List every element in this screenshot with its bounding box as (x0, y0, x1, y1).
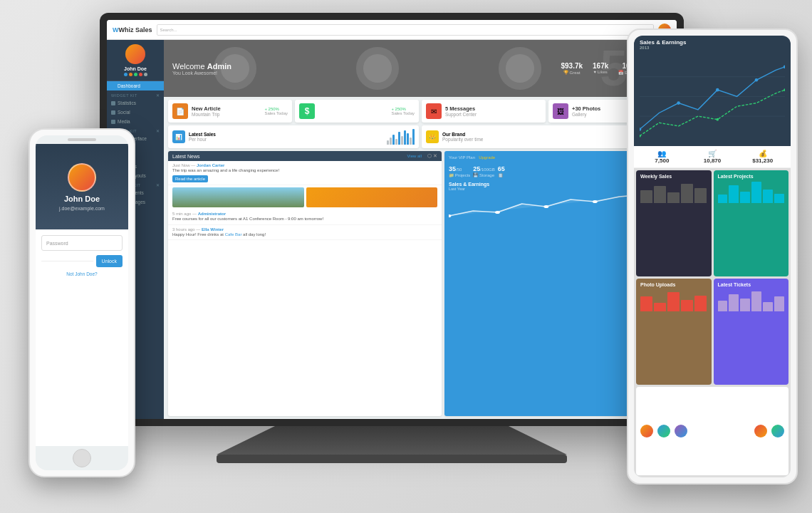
phone-frame: John Doe j.doe@example.com Password Unlo… (28, 128, 135, 477)
svg-rect-5 (640, 57, 785, 142)
bar (740, 299, 750, 311)
flower-image (306, 187, 438, 207)
chart-latest-sales: 📊 Latest Sales Per hour (168, 125, 419, 148)
tablet-stat-orders: 🛒 10,870 (690, 150, 735, 164)
bar (774, 296, 784, 311)
widget-badge: + 250%Sales Today (264, 107, 288, 115)
svg-point-2 (543, 205, 548, 208)
bar10 (412, 129, 415, 145)
widgets-row: 📄 New Article Mountain Trip + 250%Sales … (164, 97, 677, 125)
bar (718, 195, 728, 203)
hero-stat-sales: $93.7k 🏆 Great (561, 62, 583, 75)
bar1 (387, 140, 389, 145)
svg-point-15 (716, 118, 719, 121)
latest-sales-icon: 📊 (172, 130, 185, 143)
avatar-3 (675, 425, 687, 437)
news-text-3: Happy Hour! Free drinks at Cafe Bar all … (172, 232, 437, 238)
bottom-panels: Latest News View all ⬡ ✕ Just Now — Jord… (164, 151, 677, 419)
widget-sales[interactable]: $ + 250%Sales Today (295, 100, 419, 123)
widget-article-text: New Article Mountain Trip (192, 105, 221, 117)
photos-icon: 🖼 (553, 103, 568, 119)
sidebar-item-label: Statistics (118, 100, 136, 105)
chart-sub: Per hour (189, 137, 216, 142)
widget-messages[interactable]: ✉ 5 Messages Support Center (422, 100, 546, 123)
stat-value: $31,230 (740, 157, 785, 164)
password-input[interactable]: Password (41, 235, 123, 251)
search-bar[interactable]: Search... (157, 24, 654, 36)
sidebar-item-label: Social (118, 110, 130, 115)
cafe-bar-link[interactable]: Cafe Bar (225, 232, 242, 237)
tablet-widgets-grid: Weekly Sales Latest Projects (634, 168, 791, 477)
sales-dollar-icon: $ (299, 103, 315, 119)
logo-text: Whiz Sales (119, 26, 152, 33)
bar (681, 184, 693, 203)
bar (694, 296, 707, 312)
tablet-stat-revenue: 💰 $31,230 (740, 150, 785, 164)
tablet-widget-latest-tickets: Latest Tickets (714, 279, 789, 385)
chart-sub: Popularity over time (442, 137, 483, 142)
section-toggle[interactable]: ✕ (156, 129, 160, 133)
vip-stat-total: /50 (456, 167, 462, 172)
bar7 (404, 130, 406, 145)
news-images (168, 185, 442, 209)
widget-article[interactable]: 📄 New Article Mountain Trip + 250%Sales … (168, 100, 292, 123)
vip-upgrade[interactable]: Upgrade (479, 155, 495, 160)
vip-stat-label: 💾 Storage (473, 172, 494, 177)
dashboard-main: John Doe (107, 40, 677, 419)
svg-point-3 (593, 200, 598, 203)
section-toggle[interactable]: ✕ (156, 183, 160, 187)
avatar-1 (640, 425, 653, 437)
bar (667, 192, 680, 203)
avatar-4 (754, 425, 767, 437)
vip-stat-value: 65 (498, 165, 505, 172)
phone-login-form: Password Unlock Not John Doe? (36, 229, 128, 446)
svg-point-10 (677, 101, 680, 105)
bar5 (398, 132, 400, 145)
widget-label: Latest Projects (718, 174, 785, 179)
news-author-3: Ella Winter (202, 227, 224, 232)
section-toggle[interactable]: ✕ (156, 93, 160, 98)
tablet-screen: Sales & Earnings 2013 (634, 36, 791, 477)
dot-red (139, 73, 142, 76)
forgot-link[interactable]: Not John Doe? (41, 271, 123, 276)
widget-photos-text: +30 Photos Gallery (572, 105, 600, 117)
tablet-stats-row: 👥 7,500 🛒 10,870 💰 $31,230 (634, 146, 791, 168)
mountain-image (172, 187, 304, 207)
photo-bars (640, 290, 707, 311)
view-all-link[interactable]: View all (407, 154, 422, 158)
read-article-btn[interactable]: Read the article (172, 175, 208, 182)
dot-gray (144, 73, 147, 76)
widget-sub: Support Center (445, 112, 477, 117)
sidebar-item-dashboard[interactable]: Dashboard (107, 81, 164, 90)
phone: John Doe j.doe@example.com Password Unlo… (28, 128, 135, 477)
vip-stat-other: 65 📋 (498, 165, 505, 177)
news-title: Latest News (172, 154, 200, 159)
news-meta-3: 3 hours ago — Ella Winter (172, 227, 437, 232)
sidebar-item-label: Media (118, 119, 130, 124)
tablet-bottom-row (636, 387, 788, 475)
monitor-screen: WWhiz Sales Search... Joh (107, 20, 677, 419)
svg-point-1 (495, 211, 500, 214)
news-text-2: Free courses for all our customers at A1… (172, 217, 437, 222)
sales-mini-chart (387, 129, 415, 145)
panel-controls[interactable]: ⬡ ✕ (427, 153, 437, 159)
unlock-button[interactable]: Unlock (96, 255, 123, 267)
bar (640, 296, 652, 311)
news-panel: Latest News View all ⬡ ✕ Just Now — Jord… (168, 151, 442, 416)
sidebar-item-media[interactable]: Media (107, 117, 164, 126)
phone-home-button[interactable] (73, 449, 91, 467)
hero-banner: 50 Welcome Admin You Look Awesome! (164, 40, 677, 97)
widget-label: Latest Tickets (718, 282, 785, 287)
widget-title: +30 Photos (572, 105, 600, 112)
sidebar-item-social[interactable]: Social (107, 108, 164, 117)
scene: WWhiz Sales Search... Joh (0, 0, 812, 513)
sidebar-user-dots (111, 73, 160, 76)
dashboard-content: 50 Welcome Admin You Look Awesome! (164, 40, 677, 419)
sidebar-item-statistics[interactable]: Statistics (107, 98, 164, 108)
widget-sub: Gallery (572, 112, 600, 117)
widget-badge-percent: + 250%Sales Today (391, 107, 415, 115)
phone-user-email: j.doe@example.com (59, 206, 105, 211)
widget-messages-text: 5 Messages Support Center (445, 105, 477, 117)
chart-title: Latest Sales (189, 132, 216, 137)
vip-stat-storage: 25/100GB 💾 Storage (473, 165, 494, 177)
